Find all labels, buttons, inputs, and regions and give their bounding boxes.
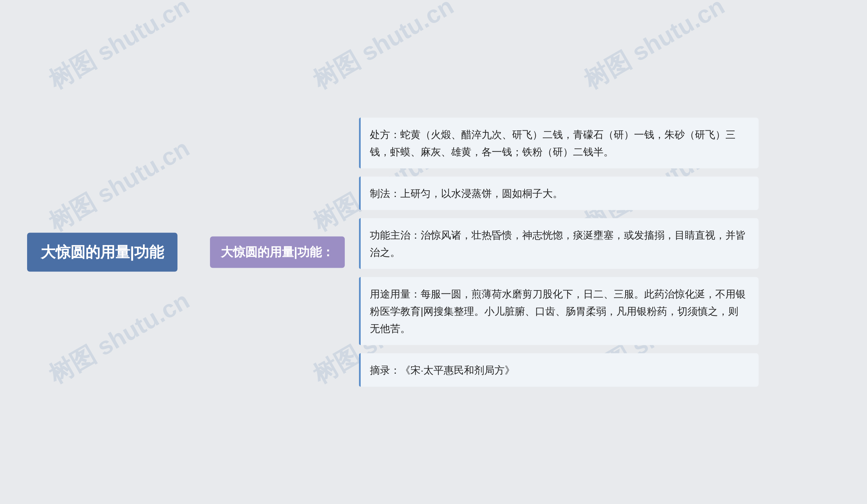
leaf-node-preparation: 制法：上研匀，以水浸蒸饼，圆如桐子大。 (359, 176, 759, 210)
leaf-node-prescription: 处方：蛇黄（火煅、醋淬九次、研飞）二钱，青礞石（研）一钱，朱砂（研飞）三钱，虾蟆… (359, 118, 759, 168)
leaf-text-3: 用途用量：每服一圆，煎薄荷水磨剪刀股化下，日二、三服。此药治惊化涎，不用银粉医学… (370, 288, 746, 334)
leaf-text-2: 功能主治：治惊风诸，壮热昏愦，神志恍惚，痰涎壅塞，或发搐搦，目睛直视，并皆治之。 (370, 229, 746, 258)
root-node: 大惊圆的用量|功能 (27, 232, 178, 272)
leaf-text-1: 制法：上研匀，以水浸蒸饼，圆如桐子大。 (370, 187, 563, 199)
second-level-node: 大惊圆的用量|功能： (210, 236, 345, 268)
watermark-4: 树图 shutu.cn (43, 132, 195, 239)
leaf-node-function: 功能主治：治惊风诸，壮热昏愦，神志恍惚，痰涎壅塞，或发搐搦，目睛直视，并皆治之。 (359, 218, 759, 269)
leaf-text-4: 摘录：《宋·太平惠民和剂局方》 (370, 364, 515, 375)
leaf-node-source: 摘录：《宋·太平惠民和剂局方》 (359, 353, 759, 386)
watermark-2: 树图 shutu.cn (307, 0, 460, 97)
watermark-7: 树图 shutu.cn (43, 284, 195, 391)
watermark-1: 树图 shutu.cn (43, 0, 195, 97)
leaf-node-dosage: 用途用量：每服一圆，煎薄荷水磨剪刀股化下，日二、三服。此药治惊化涎，不用银粉医学… (359, 277, 759, 345)
leaf-text-0: 处方：蛇黄（火煅、醋淬九次、研飞）二钱，青礞石（研）一钱，朱砂（研飞）三钱，虾蟆… (370, 129, 736, 157)
watermark-3: 树图 shutu.cn (578, 0, 730, 97)
leaf-nodes-container: 处方：蛇黄（火煅、醋淬九次、研飞）二钱，青礞石（研）一钱，朱砂（研飞）三钱，虾蟆… (359, 118, 759, 386)
